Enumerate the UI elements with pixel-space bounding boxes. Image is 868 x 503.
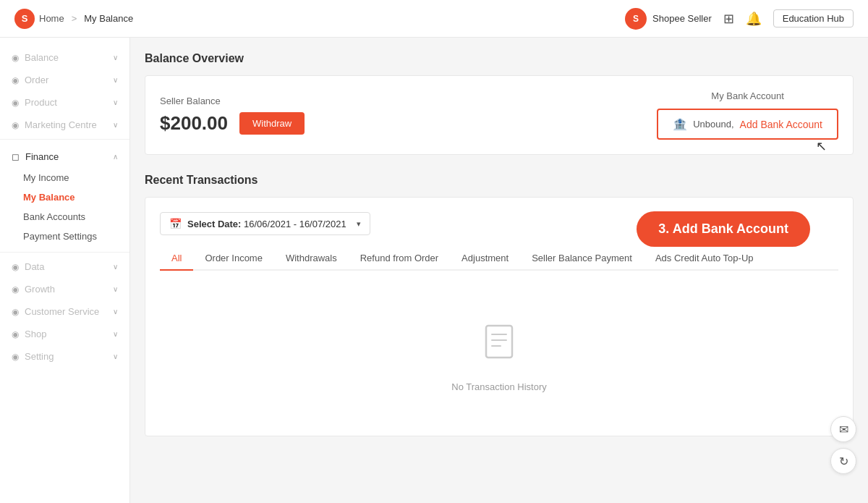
filter-tabs: All Order Income Withdrawals Refund from…: [160, 247, 838, 271]
main-content: Balance Overview Seller Balance $200.00 …: [130, 38, 868, 503]
sidebar-label-data: Data: [25, 261, 44, 272]
tab-withdrawals[interactable]: Withdrawals: [274, 247, 349, 271]
content-wrapper: Balance Overview Seller Balance $200.00 …: [145, 52, 854, 436]
chevron-down-icon: ▾: [357, 219, 361, 229]
empty-text: No Transaction History: [160, 381, 838, 392]
notification-bell-icon[interactable]: 🔔: [746, 11, 762, 27]
shopee-logo: S: [14, 9, 35, 29]
sidebar-label-shop: Shop: [25, 329, 46, 339]
sidebar-item-product[interactable]: ◉ Product ∨: [0, 91, 129, 114]
shop-icon: ◉: [12, 329, 19, 339]
education-hub-button[interactable]: Education Hub: [773, 9, 854, 28]
sidebar-item-my-income[interactable]: My Income: [0, 168, 129, 187]
bank-icon: 🏦: [673, 117, 687, 131]
empty-state: No Transaction History: [160, 292, 838, 421]
sidebar-label-product: Product: [25, 97, 57, 108]
breadcrumb: S Home > My Balance: [14, 9, 133, 29]
sidebar-item-my-balance[interactable]: My Balance: [0, 187, 129, 207]
customer-icon: ◉: [12, 307, 19, 317]
step-bubble[interactable]: 3. Add Bank Account: [637, 211, 810, 247]
chevron-icon: ∨: [113, 263, 118, 271]
sidebar-item-order[interactable]: ◉ Order ∨: [0, 69, 129, 91]
tab-adjustment[interactable]: Adjustment: [450, 247, 520, 271]
empty-document-icon: [160, 321, 838, 373]
cursor-arrow-icon: ↖: [816, 138, 827, 154]
finance-chevron-up-icon: ∧: [113, 153, 118, 161]
balance-overview-title: Balance Overview: [145, 52, 854, 65]
floating-chat-button[interactable]: ✉: [830, 416, 856, 442]
tab-seller-balance[interactable]: Seller Balance Payment: [520, 247, 644, 271]
chevron-icon: ∨: [113, 330, 118, 338]
floating-refresh-button[interactable]: ↻: [830, 448, 856, 474]
finance-label: Finance: [25, 151, 59, 162]
tab-refund[interactable]: Refund from Order: [349, 247, 450, 271]
sidebar-item-setting[interactable]: ◉ Setting ∨: [0, 345, 129, 368]
sidebar-label-balance: Balance: [25, 52, 59, 63]
sidebar-label-setting: Setting: [25, 351, 54, 362]
sidebar-label-customer: Customer Service: [25, 306, 99, 317]
balance-amount-row: $200.00 Withdraw: [160, 112, 305, 135]
tab-ads-credit[interactable]: Ads Credit Auto Top-Up: [644, 247, 765, 271]
bank-account-section: My Bank Account 🏦 Unbound, Add Bank Acco…: [657, 90, 838, 140]
sidebar-item-customer[interactable]: ◉ Customer Service ∨: [0, 300, 129, 323]
chevron-icon: ∨: [113, 285, 118, 293]
seller-name: Shopee Seller: [652, 13, 712, 24]
calendar-icon: 📅: [169, 218, 182, 229]
chevron-icon: ∨: [113, 54, 118, 62]
sidebar-item-data[interactable]: ◉ Data ∨: [0, 255, 129, 278]
finance-icon: ◻: [12, 151, 20, 162]
sidebar-section-finance: ◻ Finance ∧ My Income My Balance Bank Ac…: [0, 143, 129, 249]
add-bank-account-link[interactable]: Add Bank Account: [740, 119, 822, 130]
growth-icon: ◉: [12, 284, 19, 295]
balance-card: Seller Balance $200.00 Withdraw My Bank …: [145, 75, 854, 155]
seller-balance-label: Seller Balance: [160, 96, 305, 106]
data-icon: ◉: [12, 262, 19, 272]
tab-all[interactable]: All: [160, 247, 193, 271]
marketing-icon: ◉: [12, 120, 19, 130]
seller-logo: S: [625, 8, 647, 30]
date-filter[interactable]: 📅 Select Date: 16/06/2021 - 16/07/2021 ▾: [160, 212, 370, 235]
sidebar-label-order: Order: [25, 75, 48, 85]
grid-icon[interactable]: ⊞: [723, 11, 734, 27]
chevron-icon: ∨: [113, 98, 118, 106]
chevron-icon: ∨: [113, 121, 118, 129]
balance-left: Seller Balance $200.00 Withdraw: [160, 96, 305, 135]
top-navigation: S Home > My Balance S Shopee Seller ⊞ 🔔 …: [0, 0, 868, 38]
sidebar: ◉ Balance ∨ ◉ Order ∨ ◉ Product ∨ ◉ Mark…: [0, 38, 130, 503]
sidebar-item-payment-settings[interactable]: Payment Settings: [0, 227, 129, 246]
topnav-right: S Shopee Seller ⊞ 🔔 Education Hub: [625, 8, 854, 30]
withdraw-button[interactable]: Withdraw: [239, 112, 305, 135]
svg-rect-0: [486, 326, 512, 358]
unbound-text: Unbound,: [693, 119, 733, 130]
breadcrumb-separator: >: [72, 13, 77, 24]
floating-actions: ✉ ↻: [830, 416, 856, 474]
sidebar-item-growth[interactable]: ◉ Growth ∨: [0, 278, 129, 300]
bank-account-box[interactable]: 🏦 Unbound, Add Bank Account: [657, 109, 838, 140]
product-icon: ◉: [12, 98, 19, 108]
sidebar-item-balance[interactable]: ◉ Balance ∨: [0, 46, 129, 69]
balance-amount: $200.00: [160, 112, 228, 135]
app-layout: ◉ Balance ∨ ◉ Order ∨ ◉ Product ∨ ◉ Mark…: [0, 38, 868, 503]
order-icon: ◉: [12, 75, 19, 85]
chevron-icon: ∨: [113, 76, 118, 84]
sidebar-finance-header[interactable]: ◻ Finance ∧: [0, 145, 129, 168]
bank-account-label: My Bank Account: [657, 90, 838, 101]
sidebar-label-growth: Growth: [25, 284, 55, 295]
sidebar-item-shop[interactable]: ◉ Shop ∨: [0, 323, 129, 345]
sidebar-label-marketing: Marketing Centre: [25, 119, 97, 130]
recent-transactions-title: Recent Transactions: [145, 174, 854, 187]
chevron-icon: ∨: [113, 352, 118, 360]
sidebar-item-bank-accounts[interactable]: Bank Accounts: [0, 207, 129, 227]
date-filter-label: Select Date: 16/06/2021 - 16/07/2021: [187, 219, 346, 229]
tab-order-income[interactable]: Order Income: [193, 247, 273, 271]
setting-icon: ◉: [12, 352, 19, 362]
sidebar-item-marketing[interactable]: ◉ Marketing Centre ∨: [0, 114, 129, 136]
balance-icon: ◉: [12, 53, 19, 63]
breadcrumb-home[interactable]: Home: [39, 13, 64, 24]
breadcrumb-current: My Balance: [84, 13, 133, 24]
chevron-icon: ∨: [113, 308, 118, 316]
